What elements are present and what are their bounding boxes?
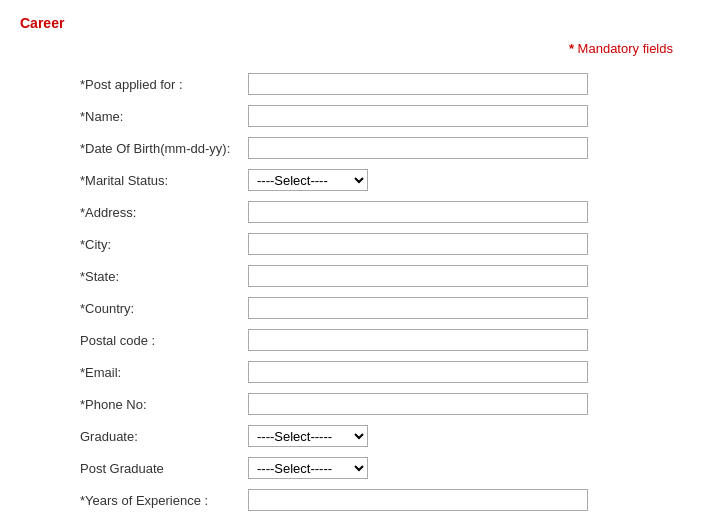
label-city: *City: [20, 228, 240, 260]
field-label-postal-code: Postal code : [80, 333, 155, 348]
label-post-applied-for: *Post applied for : [20, 68, 240, 100]
input-phone-no[interactable] [248, 393, 588, 415]
input-cell-post-graduate: ----Select----- [240, 452, 703, 484]
field-label-address: *Address: [80, 205, 136, 220]
field-label-years-experience: *Years of Experience : [80, 493, 208, 508]
input-dob[interactable] [248, 137, 588, 159]
label-dob: *Date Of Birth(mm-dd-yy): [20, 132, 240, 164]
label-postal-code: Postal code : [20, 324, 240, 356]
input-cell-postal-code [240, 324, 703, 356]
field-label-email: *Email: [80, 365, 121, 380]
input-address[interactable] [248, 201, 588, 223]
field-label-name: *Name: [80, 109, 123, 124]
input-cell-marital-status: ----Select---- [240, 164, 703, 196]
input-cell-dob [240, 132, 703, 164]
field-label-post-applied-for: *Post applied for : [80, 77, 183, 92]
field-label-dob: *Date Of Birth(mm-dd-yy): [80, 141, 230, 156]
input-cell-name [240, 100, 703, 132]
field-label-state: *State: [80, 269, 119, 284]
input-city[interactable] [248, 233, 588, 255]
page-title: Career [20, 15, 703, 31]
field-label-graduate: Graduate: [80, 429, 138, 444]
field-label-marital-status: *Marital Status: [80, 173, 168, 188]
label-address: *Address: [20, 196, 240, 228]
input-state[interactable] [248, 265, 588, 287]
select-post-graduate[interactable]: ----Select----- [248, 457, 368, 479]
select-graduate[interactable]: ----Select----- [248, 425, 368, 447]
mandatory-text: Mandatory fields [574, 41, 673, 56]
label-name: *Name: [20, 100, 240, 132]
field-label-phone-no: *Phone No: [80, 397, 147, 412]
label-years-experience: *Years of Experience : [20, 484, 240, 516]
label-marital-status: *Marital Status: [20, 164, 240, 196]
input-cell-country [240, 292, 703, 324]
select-marital-status[interactable]: ----Select---- [248, 169, 368, 191]
input-cell-post-applied-for [240, 68, 703, 100]
label-state: *State: [20, 260, 240, 292]
input-cell-graduate: ----Select----- [240, 420, 703, 452]
label-phone-no: *Phone No: [20, 388, 240, 420]
input-cell-phone-no [240, 388, 703, 420]
field-label-city: *City: [80, 237, 111, 252]
input-years-experience[interactable] [248, 489, 588, 511]
label-post-graduate: Post Graduate [20, 452, 240, 484]
label-graduate: Graduate: [20, 420, 240, 452]
input-email[interactable] [248, 361, 588, 383]
career-form: *Post applied for :*Name:*Date Of Birth(… [20, 68, 703, 516]
input-post-applied-for[interactable] [248, 73, 588, 95]
label-country: *Country: [20, 292, 240, 324]
input-postal-code[interactable] [248, 329, 588, 351]
input-cell-city [240, 228, 703, 260]
input-country[interactable] [248, 297, 588, 319]
input-cell-email [240, 356, 703, 388]
field-label-post-graduate: Post Graduate [80, 461, 164, 476]
input-cell-address [240, 196, 703, 228]
page-container: Career * Mandatory fields *Post applied … [0, 0, 723, 529]
label-email: *Email: [20, 356, 240, 388]
mandatory-note: * Mandatory fields [20, 41, 703, 56]
input-name[interactable] [248, 105, 588, 127]
input-cell-state [240, 260, 703, 292]
field-label-country: *Country: [80, 301, 134, 316]
input-cell-years-experience [240, 484, 703, 516]
